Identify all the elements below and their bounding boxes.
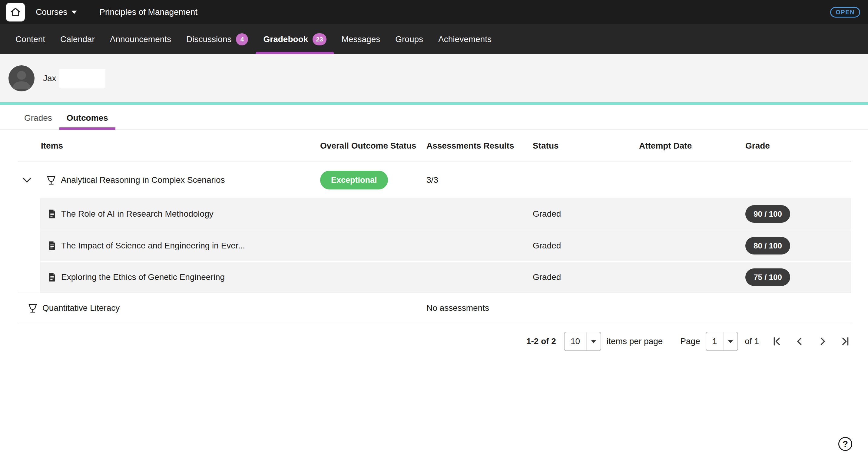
results-range: 1-2 of 2 (526, 336, 556, 346)
page-number-select[interactable]: 1 (706, 332, 738, 351)
col-header-grade: Grade (745, 141, 851, 151)
document-icon (47, 272, 57, 282)
assessments-results: 3/3 (427, 175, 533, 185)
course-title: Principles of Management (99, 7, 197, 17)
nav-content[interactable]: Content (8, 24, 53, 54)
courses-label: Courses (36, 7, 67, 17)
avatar (8, 65, 34, 91)
next-page-button[interactable] (817, 336, 828, 347)
nav-groups[interactable]: Groups (388, 24, 431, 54)
chevron-down-icon (586, 332, 600, 351)
nav-calendar[interactable]: Calendar (53, 24, 102, 54)
activity-status: Graded (533, 241, 639, 251)
chevron-down-icon (71, 10, 77, 14)
nav-label: Groups (395, 34, 423, 44)
outcome-title: Quantitative Literacy (42, 303, 120, 313)
outcome-row: Analytical Reasoning in Complex Scenario… (18, 162, 851, 198)
col-header-attempt-date: Attempt Date (639, 141, 745, 151)
col-header-status: Status (533, 141, 639, 151)
activity-title: The Impact of Science and Engineering in… (61, 241, 245, 251)
course-nav: Content Calendar Announcements Discussio… (0, 24, 868, 54)
outcome-trophy-icon (27, 303, 38, 313)
question-mark-icon: ? (842, 439, 848, 449)
help-button[interactable]: ? (838, 437, 852, 451)
grade-badge: 80 / 100 (745, 237, 790, 255)
activity-title: Exploring the Ethics of Genetic Engineer… (61, 272, 225, 282)
nav-label: Gradebook (263, 34, 308, 44)
activity-status: Graded (533, 272, 639, 282)
col-header-assessments: Assessments Results (427, 141, 533, 151)
discussions-count-badge: 4 (236, 33, 248, 45)
document-icon (47, 209, 57, 219)
nav-label: Announcements (110, 34, 171, 44)
first-page-button[interactable] (771, 336, 782, 347)
redacted-name-box (59, 69, 105, 88)
courses-menu[interactable]: Courses (36, 7, 77, 17)
assessments-results: No assessments (427, 303, 533, 313)
chevron-left-icon (794, 336, 805, 347)
nav-discussions[interactable]: Discussions 4 (179, 24, 256, 54)
page-label: Page (680, 336, 700, 346)
items-per-page-label: items per page (607, 336, 663, 346)
collapse-chevron-icon[interactable] (21, 174, 33, 186)
nav-label: Calendar (60, 34, 95, 44)
chevron-right-icon (817, 336, 828, 347)
items-per-page-value: 10 (564, 332, 586, 351)
last-page-icon (840, 336, 851, 347)
top-bar: Courses Principles of Management OPEN (0, 0, 868, 24)
col-header-overall-status: Overall Outcome Status (320, 141, 427, 151)
outcome-trophy-icon (46, 175, 57, 186)
activity-row: Exploring the Ethics of Genetic Engineer… (40, 261, 851, 293)
tab-outcomes[interactable]: Outcomes (59, 113, 115, 130)
outcome-activities: The Role of AI in Research Methodology G… (18, 198, 851, 293)
learner-name: Jax (43, 73, 56, 83)
outcomes-table: Items Overall Outcome Status Assessments… (18, 130, 851, 323)
outcome-status-badge: Exceptional (320, 171, 388, 190)
first-page-icon (771, 336, 782, 347)
activity-row: The Impact of Science and Engineering in… (40, 230, 851, 261)
nav-label: Content (16, 34, 45, 44)
nav-messages[interactable]: Messages (334, 24, 388, 54)
activity-row: The Role of AI in Research Methodology G… (40, 198, 851, 230)
gradebook-tabs: Grades Outcomes (0, 105, 868, 130)
nav-achievements[interactable]: Achievements (431, 24, 499, 54)
home-button[interactable] (6, 3, 25, 22)
nav-gradebook[interactable]: Gradebook 23 (256, 24, 334, 54)
nav-announcements[interactable]: Announcements (102, 24, 179, 54)
previous-page-button[interactable] (794, 336, 805, 347)
pagination-bar: 1-2 of 2 10 items per page Page 1 of 1 (18, 332, 851, 351)
nav-label: Discussions (186, 34, 231, 44)
outcome-row: Quantitative Literacy No assessments (18, 293, 851, 323)
page-number-value: 1 (706, 332, 723, 351)
home-icon (9, 6, 22, 18)
nav-label: Messages (342, 34, 380, 44)
gradebook-count-badge: 23 (313, 33, 326, 45)
document-icon (47, 240, 57, 251)
nav-label: Achievements (438, 34, 492, 44)
accent-divider (0, 102, 868, 105)
activity-status: Graded (533, 209, 639, 219)
open-status-badge: OPEN (830, 7, 860, 18)
person-icon (8, 65, 34, 91)
items-per-page-select[interactable]: 10 (564, 332, 601, 351)
page-of-label: of 1 (745, 336, 759, 346)
learner-header: Jax (0, 54, 868, 102)
table-header: Items Overall Outcome Status Assessments… (18, 130, 851, 162)
grade-badge: 90 / 100 (745, 205, 790, 223)
chevron-down-icon (723, 332, 738, 351)
grade-badge: 75 / 100 (745, 268, 790, 286)
outcome-title: Analytical Reasoning in Complex Scenario… (61, 175, 225, 185)
tab-grades[interactable]: Grades (17, 113, 59, 130)
last-page-button[interactable] (840, 336, 851, 347)
activity-title: The Role of AI in Research Methodology (61, 209, 214, 219)
col-header-items: Items (18, 141, 320, 151)
